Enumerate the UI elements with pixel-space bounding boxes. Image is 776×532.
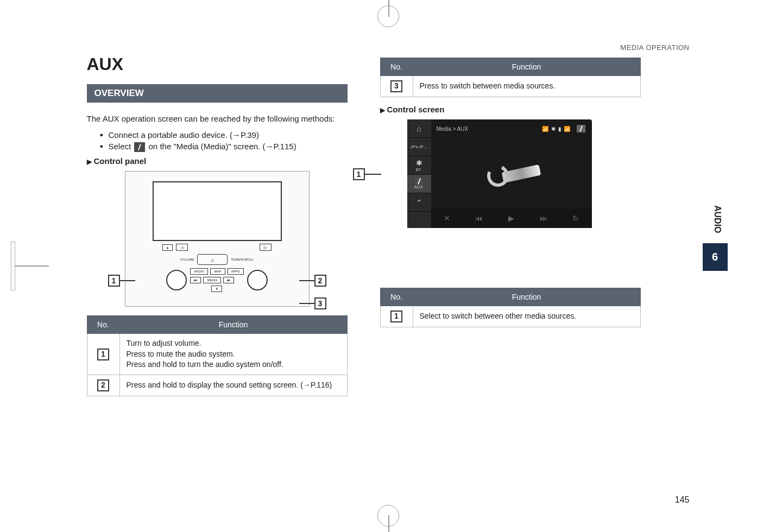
row-function-text: Press and hold to display the sound sett… [119,375,347,396]
registration-mark-top [377,5,399,27]
control-panel-table-cont: No. Function 3 Press to switch between m… [380,58,641,97]
row-number-box: 1 [97,349,109,360]
running-header: MEDIA OPERATION [620,43,689,52]
mute-icon: ✕ [444,214,450,223]
page-ref: →P.39 [232,130,256,140]
disc-out-icon: ▯▷ [260,244,272,251]
aux-plug-icon [134,142,145,152]
prev-icon: ⏮ [475,214,483,223]
bullet-text: ) [294,142,296,151]
home-button: ⌂ [197,254,228,265]
control-panel-table: No. Function 1 Turn to adjust volume. Pr… [87,315,348,396]
sidebar-home-icon: ⌂ [407,119,431,138]
eject-icon: ▲ [162,244,173,251]
row-function-text: Select to switch between other media sou… [413,306,640,327]
table-header-no: No. [380,288,413,306]
tune-knob-label: TUNE/SCROLL [231,258,254,261]
bullet-list: Connect a portable audio device. (→P.39)… [100,130,348,152]
left-column: AUX OVERVIEW The AUX operation screen ca… [87,43,348,489]
control-screen-screenshot: ⌂ JP's iP… ✱BT AUX ⌃ Media > AUX 📶 ✱ ▮ 📶 [407,119,592,228]
bullet-item: Select on the "Media (Media)" screen. (→… [100,142,348,152]
media-button: MEDIA [203,277,221,283]
bullet-text: ) [256,130,259,140]
screenshot-callout: 1 [353,168,381,180]
callout-1: 1 [353,168,365,180]
row-function-text: Turn to adjust volume. Press to mute the… [119,334,347,375]
tune-knob [247,270,268,290]
intro-paragraph: The AUX operation screen can be reached … [87,112,348,125]
table-header-no: No. [87,316,119,334]
registration-mark-side [11,242,49,290]
map-button: MAP [210,268,225,275]
table-row: 1 Select to switch between other media s… [380,306,640,327]
sidebar-item-aux: AUX [407,175,431,193]
play-icon: ▶ [508,214,514,223]
page-content: MEDIA OPERATION AUX OVERVIEW The AUX ope… [87,43,690,489]
breadcrumb: Media > AUX [437,126,469,132]
table-row: 3 Press to switch between media sources. [380,76,640,97]
next-track-button: ⏭ [223,277,234,283]
aux-tool-icon [577,125,585,132]
row-function-text: Press to switch between media sources. [413,76,640,97]
sidebar-item-ipod: JP's iP… [407,138,431,156]
aux-plug-illustration [482,154,541,192]
side-tab: AUDIO 6 [703,195,728,271]
status-icons: 📶 ✱ ▮ 📶 [542,126,571,132]
page-title: AUX [87,54,348,74]
table-header-function: Function [413,288,640,306]
callout-2: 2 [314,275,326,287]
page-ref: →P.115 [265,142,293,151]
diagram-screen [153,181,282,241]
apps-button: APPS [228,268,244,275]
row-number-box: 3 [390,80,402,92]
table-row: 1 Turn to adjust volume. Press to mute t… [87,334,347,375]
pause-button: ⏸ [211,286,222,292]
screenshot-artwork [431,138,592,208]
page-number: 145 [675,495,690,505]
registration-mark-bottom [377,505,399,527]
sidebar-item-bt: ✱BT [407,156,431,175]
next-icon: ⏭ [540,214,547,223]
row-number-box: 1 [390,311,402,322]
repeat-icon: ↻ [572,214,579,223]
section-number: 6 [703,243,728,271]
bullet-text: Connect a portable audio device. ( [109,130,232,140]
screenshot-top-bar: Media > AUX 📶 ✱ ▮ 📶 [431,119,592,138]
right-column: No. Function 3 Press to switch between m… [380,43,641,489]
control-screen-table: No. Function 1 Select to switch between … [380,288,641,327]
callout-3: 3 [314,297,326,309]
overview-heading-bar: OVERVIEW [87,84,348,103]
prev-track-button: ⏮ [190,277,201,283]
bullet-text: on the "Media (Media)" screen. ( [146,142,265,151]
table-header-function: Function [413,58,640,76]
table-header-function: Function [119,316,347,334]
callout-1: 1 [108,275,120,287]
table-row: 2 Press and hold to display the sound se… [87,375,347,396]
bullet-text: Select [109,142,134,151]
control-screen-subheading: Control screen [380,105,641,114]
disc-in-icon: ◁▯ [176,244,188,251]
sidebar-scroll-up-icon: ⌃ [407,193,431,212]
screenshot-bottom-bar: ✕ ⏮ ▶ ⏭ ↻ [431,208,592,228]
row-number-box: 2 [97,379,109,391]
radio-button: RADIO [190,268,208,275]
screenshot-sidebar: ⌂ JP's iP… ✱BT AUX ⌃ [407,119,431,228]
control-panel-subheading: Control panel [87,156,348,166]
volume-knob-label: VOLUME [180,258,194,261]
table-header-no: No. [380,58,413,76]
volume-knob [166,270,187,290]
control-panel-diagram: ▲ ◁▯ ▯▷ VOLUME ⌂ TUNE/SCROLL RADIO MAP A… [125,171,310,307]
bullet-item: Connect a portable audio device. (→P.39) [100,130,348,140]
section-label: AUDIO [703,195,728,243]
